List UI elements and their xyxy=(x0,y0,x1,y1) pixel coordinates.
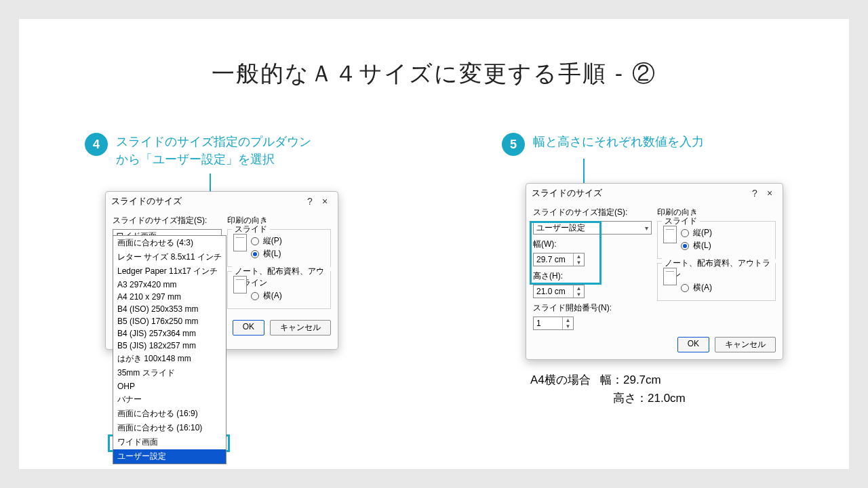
slide-size-dialog-right: スライドのサイズ ? × スライドのサイズ指定(S): ユーザー設定 ▾ 幅(W… xyxy=(526,183,783,360)
ok-button[interactable]: OK xyxy=(233,320,264,336)
ok-button[interactable]: OK xyxy=(677,337,709,352)
dropdown-option[interactable]: B4 (JIS) 257x364 mm xyxy=(113,327,226,340)
chevron-down-icon: ▾ xyxy=(645,224,648,232)
step4-header: 4 スライドのサイズ指定のプルダウン から「ユーザー設定」を選択 xyxy=(85,133,370,168)
slide-size-dialog-left: スライドのサイズ ? × スライドのサイズ指定(S): ワイド画面 ▾ 印刷の向… xyxy=(105,191,338,350)
spinner-up-icon[interactable]: ▲ xyxy=(574,285,584,291)
start-number-label: スライド開始番号(N): xyxy=(533,302,652,314)
dropdown-option[interactable]: 35mm スライド xyxy=(113,366,226,380)
size-dropdown-value: ユーザー設定 xyxy=(536,222,585,234)
dropdown-option[interactable]: レター サイズ 8.5x11 インチ xyxy=(113,250,226,264)
dropdown-option[interactable]: OHP xyxy=(113,380,226,392)
radio-portrait[interactable]: 縦(P) xyxy=(681,227,712,239)
size-dropdown-list[interactable]: 画面に合わせる (4:3)レター サイズ 8.5x11 インチLedger Pa… xyxy=(113,235,226,464)
dropdown-option[interactable]: 画面に合わせる (16:9) xyxy=(113,407,226,421)
height-input[interactable]: 21.0 cm ▲▼ xyxy=(533,285,585,298)
page-icon xyxy=(663,226,677,243)
radio-notes-landscape[interactable]: 横(A) xyxy=(681,282,713,293)
page-icon xyxy=(663,268,677,285)
size-dropdown[interactable]: ユーザー設定 ▾ xyxy=(533,221,652,235)
step5-badge: 5 xyxy=(502,133,525,156)
spinner-up-icon[interactable]: ▲ xyxy=(563,317,573,323)
page-icon xyxy=(233,276,247,293)
step4-text: スライドのサイズ指定のプルダウン から「ユーザー設定」を選択 xyxy=(116,133,311,168)
height-label: 高さ(H): xyxy=(533,270,652,282)
dialog-title: スライドのサイズ xyxy=(111,195,302,207)
dropdown-option[interactable]: B4 (ISO) 250x353 mm xyxy=(113,303,226,315)
close-icon[interactable]: × xyxy=(762,188,777,199)
close-icon[interactable]: × xyxy=(317,196,332,207)
dropdown-option[interactable]: B5 (ISO) 176x250 mm xyxy=(113,315,226,327)
page-title: 一般的なＡ４サイズに変更する手順 - ② xyxy=(19,19,849,89)
dropdown-option[interactable]: Ledger Paper 11x17 インチ xyxy=(113,264,226,279)
dropdown-option[interactable]: ワイド画面 xyxy=(113,435,226,449)
radio-landscape[interactable]: 横(L) xyxy=(251,248,282,260)
step5-header: 5 幅と高さにそれぞれ数値を入力 xyxy=(502,133,800,156)
dropdown-option[interactable]: はがき 100x148 mm xyxy=(113,352,226,366)
spinner-down-icon[interactable]: ▼ xyxy=(563,323,573,329)
width-input[interactable]: 29.7 cm ▲▼ xyxy=(533,253,585,266)
step4-badge: 4 xyxy=(85,133,108,156)
spinner-down-icon[interactable]: ▼ xyxy=(574,291,584,298)
dropdown-option[interactable]: A4 210 x 297 mm xyxy=(113,291,226,303)
radio-notes-landscape[interactable]: 横(A) xyxy=(251,290,283,302)
spinner-up-icon[interactable]: ▲ xyxy=(574,253,584,260)
size-spec-label: スライドのサイズ指定(S): xyxy=(533,207,652,218)
dropdown-option[interactable]: A3 297x420 mm xyxy=(113,279,226,291)
dropdown-option[interactable]: 画面に合わせる (4:3) xyxy=(113,236,226,250)
help-icon[interactable]: ? xyxy=(302,196,317,207)
dropdown-option[interactable]: B5 (JIS) 182x257 mm xyxy=(113,340,226,352)
radio-landscape[interactable]: 横(L) xyxy=(681,240,712,251)
cancel-button[interactable]: キャンセル xyxy=(715,337,776,352)
cancel-button[interactable]: キャンセル xyxy=(270,320,331,336)
dropdown-option[interactable]: 画面に合わせる (16:10) xyxy=(113,421,226,435)
help-icon[interactable]: ? xyxy=(747,188,762,199)
spinner-down-icon[interactable]: ▼ xyxy=(574,260,584,266)
notes-group-label: ノート、配布資料、アウトライン xyxy=(662,258,775,281)
step5-text: 幅と高さにそれぞれ数値を入力 xyxy=(533,133,704,150)
radio-portrait[interactable]: 縦(P) xyxy=(251,235,282,247)
size-spec-label: スライドのサイズ指定(S): xyxy=(113,215,222,226)
start-number-input[interactable]: 1 ▲▼ xyxy=(533,317,574,330)
dropdown-option[interactable]: ユーザー設定 xyxy=(113,449,226,464)
dropdown-option[interactable]: バナー xyxy=(113,392,226,407)
dialog-title: スライドのサイズ xyxy=(532,187,747,199)
page-icon xyxy=(233,234,247,251)
a4-summary: A4横の場合 幅：29.7cm 高さ：21.0cm xyxy=(530,371,800,407)
width-label: 幅(W): xyxy=(533,239,652,250)
